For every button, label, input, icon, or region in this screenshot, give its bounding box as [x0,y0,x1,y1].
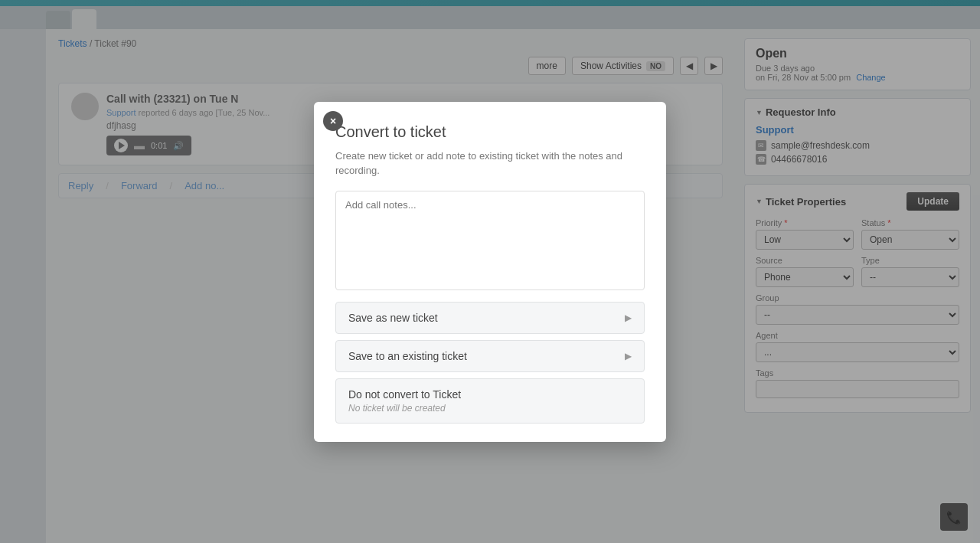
modal-description: Create new ticket or add note to existin… [335,149,645,178]
save-new-ticket-label: Save as new ticket [348,312,438,324]
modal-overlay: × Convert to ticket Create new ticket or… [0,0,980,543]
main-content: Tickets / Ticket #90 more Show Activitie… [0,29,980,543]
no-convert-subtitle: No ticket will be created [348,403,632,414]
save-new-ticket-option[interactable]: Save as new ticket ▶ [335,302,645,334]
call-notes-textarea[interactable] [335,191,645,290]
modal-title: Convert to ticket [335,123,645,141]
no-convert-option[interactable]: Do not convert to Ticket No ticket will … [335,378,645,424]
no-convert-title: Do not convert to Ticket [348,388,632,401]
modal-close-button[interactable]: × [323,111,343,131]
save-existing-ticket-option[interactable]: Save to an existing ticket ▶ [335,340,645,372]
save-new-arrow-icon: ▶ [625,312,632,323]
save-existing-ticket-label: Save to an existing ticket [348,350,467,362]
convert-to-ticket-modal: × Convert to ticket Create new ticket or… [314,102,666,442]
save-existing-arrow-icon: ▶ [625,351,632,361]
